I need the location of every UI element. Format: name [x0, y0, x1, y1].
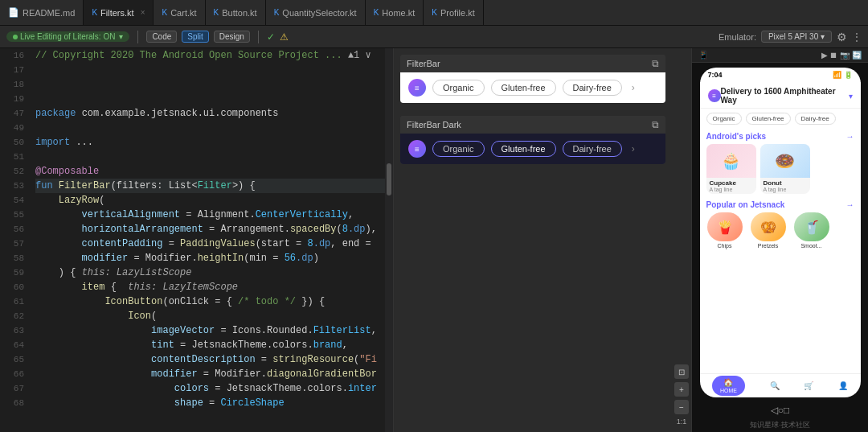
food-card-cupcake[interactable]: 🧁 Cupcake A tag line [706, 144, 756, 194]
section-copy-icon-dark[interactable]: ⧉ [652, 119, 659, 130]
separator2 [258, 31, 259, 43]
chip-more-light: › [632, 82, 635, 93]
kt-icon2: K [162, 8, 167, 17]
section-arrow-1[interactable]: → [846, 132, 854, 141]
preview-content-area: FilterBar ⧉ ≡ Organic Gluten-free Dairy-… [394, 48, 672, 432]
tab-filters[interactable]: K Filters.kt × [84, 0, 154, 25]
phone-chip-organic[interactable]: Organic [706, 113, 742, 125]
chip-more-dark: › [632, 143, 635, 154]
phone-chip-dairyfree[interactable]: Dairy-free [795, 113, 836, 125]
tab-button[interactable]: K Button.kt [206, 0, 266, 25]
phone-filter-icon[interactable]: ≡ [708, 89, 721, 102]
section-popular: Popular on Jetsnack → [700, 197, 861, 211]
tab-profile[interactable]: K Profile.kt [424, 0, 483, 25]
line-numbers: 1617181947 4950515253 5455565758 5960616… [0, 48, 29, 432]
donut-image: 🍩 [760, 144, 810, 178]
cupcake-tag: A tag line [706, 187, 756, 194]
code-line: imageVector = Icons.Rounded.FilterList, [35, 323, 385, 338]
gear-icon[interactable]: ⚙ [837, 31, 847, 43]
toolbar: Live Editing of Literals: ON ▾ Code Spli… [0, 26, 868, 48]
nav-cart[interactable]: 🛒 [804, 381, 813, 390]
donut-name: Donut [760, 178, 810, 187]
section-title-2: Popular on Jetsnack [706, 200, 785, 209]
delivery-address: Delivery to 1600 Amphitheater Way [721, 87, 849, 105]
code-line: colors = JetsnackTheme.colors.inter [35, 381, 385, 396]
pixel-badge[interactable]: Pixel 5 API 30 ▾ [761, 31, 832, 43]
vertical-scrollbar[interactable] [385, 48, 393, 432]
zoom-in-icon[interactable]: + [674, 382, 689, 397]
live-dot [13, 35, 18, 39]
filter-bar-light-header: FilterBar ⧉ [400, 55, 665, 72]
nav-home[interactable]: 🏠 HOME [712, 376, 745, 396]
back-button[interactable]: ◁ [771, 405, 778, 416]
tab-quantityselector[interactable]: K QuantitySelector.kt [266, 0, 366, 25]
nav-profile[interactable]: 👤 [838, 381, 848, 390]
tab-close-filters[interactable]: × [141, 8, 145, 17]
code-line [35, 63, 385, 77]
chip-organic-light[interactable]: Organic [432, 80, 485, 96]
code-button[interactable]: Code [146, 31, 177, 43]
scroll-thumb[interactable] [387, 163, 391, 195]
file-icon: 📄 [8, 7, 19, 18]
filter-icon-light[interactable]: ≡ [408, 79, 426, 97]
kt-icon5: K [374, 8, 379, 17]
chips-image: 🍟 [707, 212, 743, 241]
filter-icon-dark[interactable]: ≡ [408, 140, 426, 158]
filter-bar-dark-section: FilterBar Dark ⧉ ≡ Organic Gluten-free D… [400, 116, 665, 164]
check-icon: ✓ [267, 31, 275, 43]
delivery-chevron[interactable]: ▾ [849, 92, 853, 101]
code-line: LazyRow( [35, 193, 385, 208]
code-area[interactable]: 1617181947 4950515253 5455565758 5960616… [0, 48, 393, 432]
code-line: modifier = Modifier.heightIn(min = 56.dp… [35, 251, 385, 265]
zoom-out-icon[interactable]: − [674, 400, 689, 414]
phone-panel: 📱 ▶ ⏹ 📷 🔄 7:04 📶 🔋 [691, 48, 868, 432]
code-line: import ... [35, 135, 385, 150]
code-line: verticalAlignment = Alignment.CenterVert… [35, 208, 385, 222]
smooth-name: Smoot... [800, 243, 821, 249]
home-button[interactable]: ○ [778, 405, 784, 416]
donut-tag: A tag line [760, 187, 810, 194]
phone-nav-bar: 🏠 HOME 🔍 🛒 👤 [700, 373, 861, 397]
smooth-image: 🥤 [794, 212, 829, 241]
chip-dairyfree-light[interactable]: Dairy-free [563, 80, 622, 96]
filter-bar-light-section: FilterBar ⧉ ≡ Organic Gluten-free Dairy-… [400, 55, 665, 103]
popular-card-smooth[interactable]: 🥤 Smoot... [792, 212, 832, 249]
recents-button[interactable]: □ [784, 405, 789, 416]
zoom-fit-icon[interactable]: ⊡ [674, 364, 689, 379]
chip-organic-dark[interactable]: Organic [432, 141, 485, 157]
code-line: contentDescription = stringResource("Fi [35, 352, 385, 367]
kt-icon: K [92, 8, 97, 17]
live-edit-badge[interactable]: Live Editing of Literals: ON ▾ [6, 31, 129, 42]
code-line: ) { this: LazyListScope [35, 265, 385, 280]
chip-glutenfree-dark[interactable]: Gluten-free [491, 141, 556, 157]
code-line: item { this: LazyItemScope [35, 280, 385, 294]
chip-dairyfree-dark[interactable]: Dairy-free [563, 141, 622, 157]
popular-card-chips[interactable]: 🍟 Chips [705, 212, 745, 249]
cupcake-name: Cupcake [706, 178, 756, 187]
tab-cart[interactable]: K Cart.kt [154, 0, 205, 25]
phone-content: ≡ Delivery to 1600 Amphitheater Way ▾ Or… [700, 82, 861, 373]
split-button[interactable]: Split [182, 31, 208, 43]
phone-chip-glutenfree[interactable]: Gluten-free [746, 113, 791, 125]
design-button[interactable]: Design [214, 31, 250, 43]
chips-name: Chips [718, 243, 732, 249]
chip-glutenfree-light[interactable]: Gluten-free [491, 80, 556, 96]
nav-search[interactable]: 🔍 [770, 381, 780, 390]
section-copy-icon[interactable]: ⧉ [652, 58, 659, 69]
code-line: IconButton(onClick = { /* todo */ }) { [35, 294, 385, 309]
kt-icon6: K [432, 8, 437, 17]
filter-bar-title-light: FilterBar [407, 59, 440, 68]
code-panel: 1617181947 4950515253 5455565758 5960616… [0, 48, 394, 432]
preview-main: FilterBar ⧉ ≡ Organic Gluten-free Dairy-… [394, 48, 868, 432]
kt-icon3: K [214, 8, 219, 17]
tab-readme[interactable]: 📄 README.md [0, 0, 84, 25]
pretzels-name: Pretzels [758, 243, 778, 249]
watermark: 知识星球·技术社区 [747, 418, 813, 432]
food-cards-row: 🧁 Cupcake A tag line 🍩 Donut A tag line [700, 142, 861, 197]
main-content: 1617181947 4950515253 5455565758 5960616… [0, 48, 868, 432]
more-icon[interactable]: ⋮ [852, 31, 862, 43]
section-arrow-2[interactable]: → [846, 200, 854, 209]
popular-card-pretzels[interactable]: 🥨 Pretzels [748, 212, 788, 249]
food-card-donut[interactable]: 🍩 Donut A tag line [760, 144, 810, 194]
tab-home[interactable]: K Home.kt [366, 0, 424, 25]
